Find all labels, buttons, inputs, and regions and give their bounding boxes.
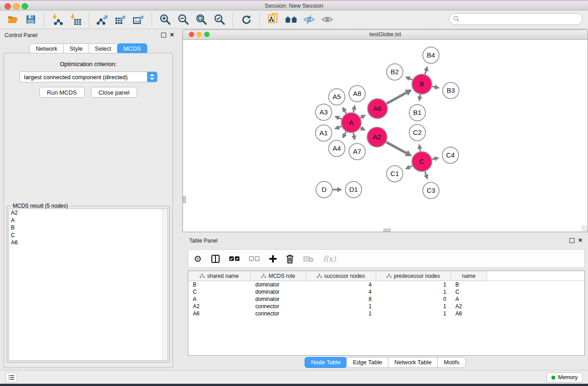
tab-network-table[interactable]: Network Table [388,357,438,368]
column-header-predecessor-nodes[interactable]: predecessor nodes [376,271,451,281]
zoom-out-icon [177,14,189,25]
edge-A6-B[interactable] [387,92,407,104]
mcds-result-list[interactable]: A2ABCA6 [9,209,168,361]
table-cell[interactable]: 8 [306,296,376,302]
column-header-name[interactable]: name [451,271,487,281]
tab-motifs[interactable]: Motifs [437,357,466,368]
table-row[interactable]: Bdominator41B [188,281,584,288]
network-vertical-scroll-thumb[interactable] [183,196,186,203]
network-graph[interactable]: B4B2BB3A8A5A6A3B1AC2A1A2A4A7C4CC1DD1C3 [185,40,586,230]
table-row[interactable]: A2connector11A2 [188,303,584,310]
window-title: Session: New Session [0,2,588,9]
table-cell[interactable]: connector [251,303,306,310]
column-header-shared-name[interactable]: shared name [188,271,251,281]
table-row[interactable]: A6connector11A6 [188,310,584,317]
zoom-in-button[interactable] [156,12,174,27]
tab-edge-table[interactable]: Edge Table [346,357,388,368]
memory-button[interactable]: Memory [546,372,583,382]
float-table-panel-icon[interactable] [569,238,574,243]
home-button[interactable] [282,12,300,27]
unchecked-boxes-icon [249,256,260,262]
network-resize-grip[interactable] [582,226,587,231]
table-columns-button[interactable] [211,254,220,263]
import-table-icon [70,14,81,25]
table-cell[interactable]: C [188,289,251,295]
table-cell[interactable]: A2 [188,303,251,310]
graph-node-label: C4 [446,151,454,159]
network-window-titlebar[interactable]: testGlobe.txt [183,30,588,40]
table-cell[interactable]: 1 [306,310,376,317]
add-column-button[interactable] [269,255,277,263]
show-graphics-details-button[interactable] [318,12,336,27]
mcds-result-item[interactable]: A2 [9,209,167,217]
close-panel-button[interactable]: Close panel [91,87,138,98]
table-cell[interactable]: 1 [376,289,451,295]
deselect-all-checkboxes-button[interactable] [249,256,260,262]
node-table[interactable]: shared nameMCDS rolesuccessor nodesprede… [188,271,585,356]
open-session-button[interactable] [4,12,22,27]
column-header-successor-nodes[interactable]: successor nodes [306,271,376,281]
function-builder-button[interactable]: f(x) [323,254,336,263]
table-cell[interactable]: 1 [306,303,376,310]
table-cell[interactable]: 0 [376,296,451,302]
delete-column-button[interactable] [286,254,294,263]
table-cell[interactable]: 1 [376,310,451,317]
network-horizontal-scroll-thumb[interactable] [383,229,391,232]
new-network-from-selection-button[interactable] [264,12,282,27]
run-mcds-button[interactable]: Run MCDS [39,87,85,98]
export-network-button[interactable] [93,12,111,27]
column-header-label: shared name [207,273,239,279]
close-panel-icon[interactable]: ✕ [170,33,174,37]
table-cell[interactable]: connector [251,310,306,317]
table-cell[interactable]: 4 [306,289,376,295]
graph-node-label: C [420,157,425,165]
list-scrollbar[interactable] [162,209,167,360]
zoom-fit-button[interactable] [192,12,210,27]
close-table-panel-icon[interactable]: ✕ [578,238,583,243]
edge-A2-C[interactable] [386,142,407,153]
select-all-checkboxes-button[interactable] [229,256,240,262]
optimization-criterion-select[interactable]: largest connected component (directed) [19,71,158,82]
zoom-out-button[interactable] [174,12,192,27]
table-cell[interactable]: 4 [306,281,376,288]
table-cell[interactable]: dominator [251,289,306,295]
graph-node-label: A1 [320,129,328,137]
table-settings-button[interactable]: ⚙ [194,254,202,263]
table-cell[interactable]: 1 [376,281,451,288]
table-cell[interactable]: A6 [451,310,487,317]
table-cell[interactable]: A [451,296,487,302]
refresh-button[interactable] [237,12,255,27]
table-cell[interactable]: A6 [188,310,251,317]
edge-arrowhead [417,96,422,102]
table-cell[interactable]: 1 [376,303,451,310]
table-cell[interactable]: A [188,296,251,302]
table-cell[interactable]: B [188,281,251,288]
table-row[interactable]: Adominator80A [188,295,584,303]
mcds-result-item[interactable]: C [9,232,167,239]
save-session-button[interactable] [22,12,40,27]
float-panel-icon[interactable] [161,33,166,38]
tab-node-table[interactable]: Node Table [305,357,347,368]
task-history-button[interactable] [5,372,17,382]
zoom-selected-button[interactable] [210,12,229,27]
table-cell[interactable]: C [451,289,487,295]
table-cell[interactable]: dominator [251,281,306,288]
table-cell[interactable]: A2 [451,303,487,310]
table-row[interactable]: Cdominator41C [188,288,584,295]
mcds-result-item[interactable]: B [9,224,167,232]
attribute-tree-icon [261,274,266,278]
mcds-result-item[interactable]: A [9,217,167,224]
import-table-button[interactable] [67,12,85,27]
table-cell[interactable]: dominator [251,296,306,302]
export-image-button[interactable] [129,12,148,27]
search-input[interactable] [449,13,583,25]
export-table-button[interactable] [111,12,129,27]
import-network-button[interactable] [48,12,67,27]
hide-graphics-details-button[interactable] [300,12,318,27]
mcds-tab-content: Optimization criterion: largest connecte… [4,53,173,368]
network-canvas[interactable]: B4B2BB3A8A5A6A3B1AC2A1A2A4A7C4CC1DD1C3 [185,40,586,230]
column-header-MCDS-role[interactable]: MCDS role [251,271,306,281]
mcds-result-item[interactable]: A6 [9,239,167,247]
clear-table-button[interactable] [303,255,314,262]
table-cell[interactable]: B [451,281,487,288]
